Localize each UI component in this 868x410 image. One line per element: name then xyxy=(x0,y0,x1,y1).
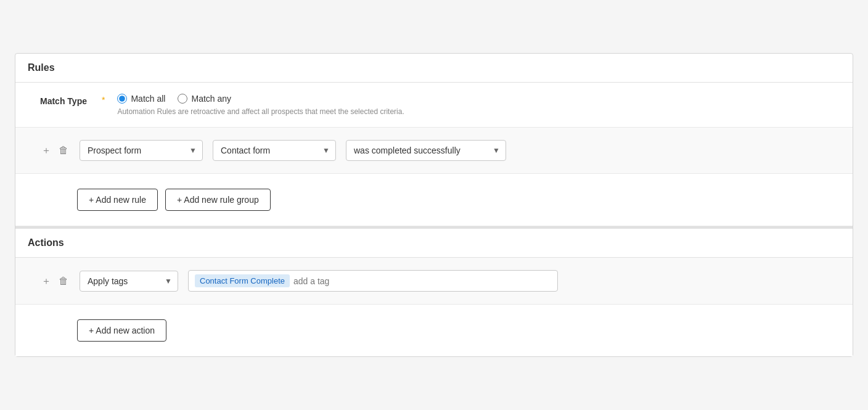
required-star: * xyxy=(102,95,105,105)
trash-icon-action: 🗑 xyxy=(59,276,68,286)
contact-form-select[interactable]: Contact form Prospect form Lead form xyxy=(213,140,336,161)
completion-select[interactable]: was completed successfully was not compl… xyxy=(346,140,506,161)
match-any-label: Match any xyxy=(191,94,231,104)
prospect-form-wrapper: Prospect form Contact form Lead form ▼ xyxy=(80,140,203,161)
actions-title: Actions xyxy=(28,237,64,248)
radio-group: Match all Match any xyxy=(117,94,404,104)
add-new-rule-group-button[interactable]: + Add new rule group xyxy=(165,189,271,211)
match-type-options: Match all Match any Automation Rules are… xyxy=(117,94,404,116)
rule-icons: ＋ 🗑 xyxy=(40,144,70,157)
prospect-form-select[interactable]: Prospect form Contact form Lead form xyxy=(80,140,203,161)
match-type-label: Match Type xyxy=(40,95,87,106)
trash-icon: 🗑 xyxy=(59,145,68,155)
add-action-buttons-row: + Add new action xyxy=(15,305,853,356)
plus-icon-action: ＋ xyxy=(41,276,51,286)
apply-tags-select[interactable]: Apply tags Remove tags Add to list xyxy=(80,271,178,292)
match-hint: Automation Rules are retroactive and aff… xyxy=(117,107,404,116)
delete-action-icon-btn[interactable]: 🗑 xyxy=(57,275,70,287)
match-all-label: Match all xyxy=(131,94,165,104)
add-action-icon-btn[interactable]: ＋ xyxy=(40,275,52,287)
match-all-radio[interactable] xyxy=(117,94,127,104)
match-any-radio[interactable] xyxy=(178,94,187,104)
match-any-option[interactable]: Match any xyxy=(178,94,231,104)
match-type-row: Match Type * Match all Match any Automat… xyxy=(15,83,853,128)
contact-form-wrapper: Contact form Prospect form Lead form ▼ xyxy=(213,140,336,161)
add-rule-buttons-row: + Add new rule + Add new rule group xyxy=(15,174,853,226)
tag-chip: Contact Form Complete xyxy=(195,274,290,287)
tag-input[interactable] xyxy=(293,276,551,286)
tags-input-area[interactable]: Contact Form Complete xyxy=(188,270,558,292)
rule-row: ＋ 🗑 Prospect form Contact form Lead form… xyxy=(15,128,853,174)
rules-title: Rules xyxy=(28,62,55,73)
match-all-option[interactable]: Match all xyxy=(117,94,165,104)
plus-icon: ＋ xyxy=(41,145,51,155)
action-row: ＋ 🗑 Apply tags Remove tags Add to list ▼… xyxy=(15,258,853,305)
add-new-rule-button[interactable]: + Add new rule xyxy=(77,189,158,211)
add-new-action-button[interactable]: + Add new action xyxy=(77,319,166,342)
delete-rule-icon-btn[interactable]: 🗑 xyxy=(57,144,70,157)
rules-section-header: Rules xyxy=(15,54,853,83)
add-rule-icon-btn[interactable]: ＋ xyxy=(40,144,52,157)
rules-container: Rules Match Type * Match all Match any A… xyxy=(15,53,853,357)
action-icons: ＋ 🗑 xyxy=(40,275,70,287)
apply-tags-wrapper: Apply tags Remove tags Add to list ▼ xyxy=(80,271,178,292)
actions-section-header: Actions xyxy=(15,226,853,258)
completion-wrapper: was completed successfully was not compl… xyxy=(346,140,506,161)
